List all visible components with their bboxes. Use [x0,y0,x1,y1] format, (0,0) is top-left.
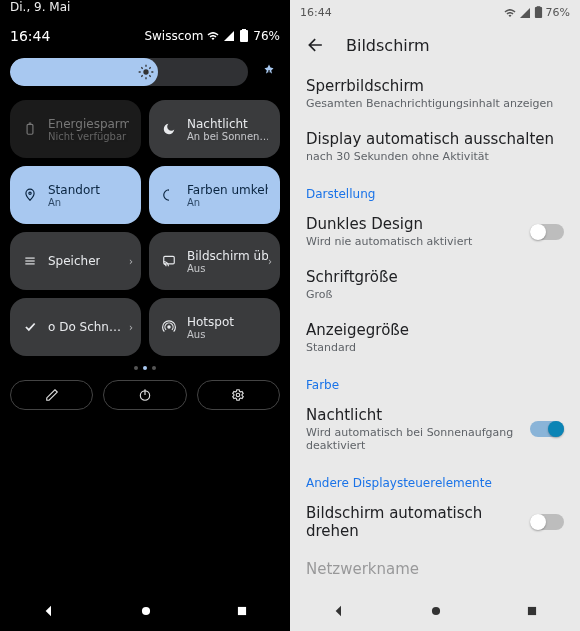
settings-button[interactable] [197,380,280,410]
item-sub: Groß [306,288,398,301]
battery-icon [239,29,249,43]
home-icon[interactable] [429,604,443,618]
signal-icon [223,30,235,42]
svg-line-10 [149,67,150,68]
brightness-slider[interactable] [10,58,248,86]
qs-tile-storage[interactable]: Speicher› [10,232,141,290]
power-button[interactable] [103,380,186,410]
section-header: Andere Displaysteuerelemente [306,462,564,494]
svg-rect-12 [27,124,33,134]
page-dot[interactable] [134,366,138,370]
settings-header: Bildschirm [290,21,580,67]
status-icons: 76% [504,6,570,19]
svg-point-27 [432,607,440,615]
item-title: Schriftgröße [306,268,398,286]
svg-point-19 [168,326,170,328]
svg-rect-0 [240,30,248,42]
item-title: Display automatisch ausschalten [306,130,554,148]
quick-settings-panel: Di., 9. Mai 16:44 Swisscom 76% A Energie… [0,0,290,631]
chevron-right-icon: › [129,256,133,267]
nav-bar [0,591,290,631]
tile-sub: An [48,197,100,208]
item-title: Bildschirm automatisch drehen [306,504,514,540]
settings-item[interactable]: SchriftgrößeGroß [306,258,564,311]
settings-list[interactable]: SperrbildschirmGesamten Benachrichtigung… [290,67,580,631]
qs-tile-moon[interactable]: NachtlichtAn bei Sonnen… [149,100,280,158]
battery-icon [22,121,38,137]
home-icon[interactable] [139,604,153,618]
wifi-icon [504,7,516,19]
toggle-switch[interactable] [530,514,564,530]
battery-icon [534,6,543,19]
settings-item[interactable]: AnzeigegrößeStandard [306,311,564,364]
tile-title: Nachtlicht [187,117,268,131]
settings-item[interactable]: Display automatisch ausschaltennach 30 S… [306,120,564,173]
item-sub: Gesamten Benachrichtigungsinhalt anzeige… [306,97,553,110]
section-header: Darstellung [306,173,564,205]
qs-tile-cast[interactable]: Bildschirm übe…Aus› [149,232,280,290]
display-settings-screen: 16:44 76% Bildschirm SperrbildschirmGesa… [290,0,580,631]
tile-sub: Aus [187,263,268,274]
settings-item[interactable]: SperrbildschirmGesamten Benachrichtigung… [306,67,564,120]
page-dot[interactable] [143,366,147,370]
qs-tile-location[interactable]: StandortAn [10,166,141,224]
status-bar: 16:44 76% [290,0,580,21]
cast-icon [161,253,177,269]
svg-point-23 [142,607,150,615]
item-title: Dunkles Design [306,215,472,233]
settings-item[interactable]: Bildschirm automatisch drehen [306,494,564,550]
back-button[interactable] [306,35,326,55]
recents-icon[interactable] [235,604,249,618]
edit-button[interactable] [10,380,93,410]
clock: 16:44 [10,28,50,44]
signal-icon [519,7,531,19]
qs-tile-check[interactable]: o Do Schn…› [10,298,141,356]
settings-item[interactable]: NachtlichtWird automatisch bei Sonnenauf… [306,396,564,462]
qs-tile-hotspot[interactable]: HotspotAus [149,298,280,356]
tile-sub: Nicht verfügbar [48,131,129,142]
item-title: Nachtlicht [306,406,514,424]
back-icon[interactable] [331,603,347,619]
chevron-right-icon: › [129,322,133,333]
tile-sub: Aus [187,329,234,340]
back-icon[interactable] [41,603,57,619]
qs-tile-battery[interactable]: Energiesparmod…Nicht verfügbar [10,100,141,158]
svg-line-7 [141,67,142,68]
toggle-switch[interactable] [530,421,564,437]
action-row [0,380,290,410]
svg-rect-24 [238,607,246,615]
tile-title: Hotspot [187,315,234,329]
qs-tile-invert[interactable]: Farben umkehrenAn [149,166,280,224]
svg-line-9 [141,75,142,76]
svg-rect-28 [528,607,536,615]
chevron-right-icon: › [268,256,272,267]
item-title: Netzwerkname [306,560,419,578]
status-row: 16:44 Swisscom 76% [0,14,290,52]
settings-item[interactable]: Netzwerkname [306,550,564,588]
moon-icon [161,121,177,137]
svg-rect-25 [534,7,541,18]
svg-point-2 [143,69,148,74]
wifi-icon [207,30,219,42]
tile-title: Bildschirm übe… [187,249,268,263]
nav-bar [290,591,580,631]
tile-title: Speicher [48,254,100,268]
storage-icon [22,253,38,269]
svg-rect-1 [242,29,246,31]
item-title: Sperrbildschirm [306,77,553,95]
svg-point-14 [29,192,31,194]
carrier-status: Swisscom 76% [144,28,280,44]
svg-line-8 [149,75,150,76]
toggle-switch[interactable] [530,224,564,240]
tile-title: Farben umkehren [187,183,268,197]
page-dot[interactable] [152,366,156,370]
tile-title: o Do Schn… [48,320,121,334]
svg-rect-18 [164,256,175,264]
recents-icon[interactable] [525,604,539,618]
auto-brightness-icon[interactable]: A [258,61,280,83]
status-date: Di., 9. Mai [0,0,290,14]
brightness-icon [134,60,158,84]
settings-item[interactable]: Dunkles DesignWird nie automatisch aktiv… [306,205,564,258]
tile-sub: An [187,197,268,208]
svg-text:A: A [267,69,272,77]
